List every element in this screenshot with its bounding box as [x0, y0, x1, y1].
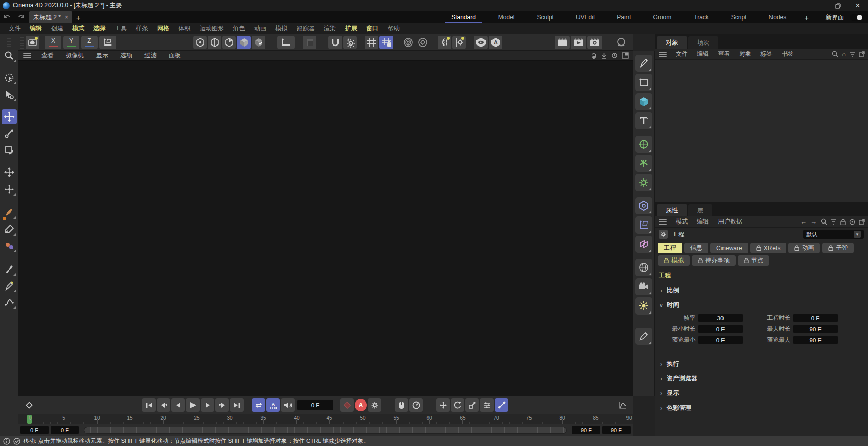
cube-primitive-button[interactable] [635, 93, 652, 110]
new-document-tab-button[interactable]: + [72, 13, 84, 22]
maximize-button[interactable] [828, 0, 848, 11]
search-icon[interactable] [821, 218, 827, 225]
coordinate-snap-tool-button[interactable] [2, 182, 17, 197]
go-to-end-button[interactable] [230, 398, 244, 412]
pen-tool-button[interactable] [2, 278, 17, 293]
keyframe-position-toggle[interactable] [436, 398, 450, 412]
spline-pen-button[interactable] [635, 55, 652, 72]
text-spline-button[interactable] [635, 112, 652, 129]
edge-mode-button[interactable] [208, 36, 221, 49]
snap-settings-button[interactable] [343, 36, 357, 49]
project-duration-field[interactable]: 0 F [793, 314, 838, 322]
preview-max-field[interactable]: 90 F [793, 336, 838, 344]
range-end-field[interactable]: 90 F [602, 426, 631, 434]
om-menu-tags[interactable]: 标签 [756, 50, 777, 58]
axis-modification-tool-button[interactable] [2, 165, 17, 180]
preview-range-track[interactable] [84, 427, 567, 434]
cat-tab-simulation[interactable]: 模拟 [658, 255, 690, 266]
sound-toggle-button[interactable] [281, 398, 295, 412]
preview-min-field[interactable]: 0 F [698, 336, 743, 344]
layout-tab-model[interactable]: Model [487, 11, 526, 23]
xpresso-button[interactable] [635, 236, 652, 253]
brush-tool-button[interactable] [2, 261, 17, 277]
go-to-next-key-button[interactable] [215, 398, 229, 412]
layout-tab-script[interactable]: Script [720, 11, 758, 23]
cat-tab-todo[interactable]: 待办事项 [692, 255, 736, 266]
toggle-view-layout-icon[interactable] [622, 52, 629, 59]
om-menu-file[interactable]: 文件 [671, 50, 692, 58]
workplane-axis-button[interactable] [635, 216, 652, 234]
object-manager-hamburger-icon[interactable] [659, 52, 667, 57]
vertex-color-tool-button[interactable] [2, 238, 17, 253]
layout-tab-nodes[interactable]: Nodes [758, 11, 798, 23]
menu-mode[interactable]: 模式 [68, 24, 89, 33]
record-keyframe-button[interactable] [340, 398, 354, 412]
keyframe-scale-toggle[interactable] [465, 398, 479, 412]
menu-file[interactable]: 文件 [4, 24, 25, 33]
layout-tab-paint[interactable]: Paint [606, 11, 642, 23]
model-mode-button[interactable] [237, 36, 251, 49]
workplane-button[interactable] [303, 36, 316, 49]
menu-tools[interactable]: 工具 [110, 24, 131, 33]
play-forward-button[interactable] [186, 398, 200, 412]
viewport-menu-options[interactable]: 选项 [114, 51, 138, 60]
viewport-menu-cameras[interactable]: 摄像机 [60, 51, 90, 60]
cat-tab-animation[interactable]: 动画 [788, 243, 820, 253]
section-execution[interactable]: › 执行 [655, 356, 868, 371]
preview-range-bar[interactable] [84, 427, 566, 433]
history-back-icon[interactable]: ← [800, 218, 807, 225]
focus-icon[interactable] [849, 219, 855, 225]
undo-icon[interactable] [2, 12, 13, 22]
palette-grip[interactable] [7, 36, 11, 47]
autokey-button[interactable]: A [355, 399, 367, 411]
field-force-button[interactable] [635, 174, 652, 191]
home-icon[interactable]: ⌂ [842, 51, 846, 57]
point-mode-button[interactable] [193, 36, 207, 49]
render-region-settings-icon[interactable] [416, 36, 429, 49]
keyframe-pla-toggle[interactable] [495, 398, 508, 412]
playback-rate-button[interactable] [409, 398, 423, 412]
add-layout-button[interactable]: + [797, 13, 816, 22]
popout-icon[interactable] [859, 219, 865, 225]
lock-icon[interactable] [840, 219, 846, 225]
menu-help[interactable]: 帮助 [383, 24, 404, 33]
preview-start-field[interactable]: 0 F [51, 426, 79, 434]
sky-environment-button[interactable] [635, 259, 652, 276]
viewport-solo-button[interactable] [474, 36, 488, 49]
go-to-previous-frame-button[interactable] [171, 398, 185, 412]
cat-tab-nodes[interactable]: 节点 [738, 255, 769, 266]
cat-tab-info[interactable]: 信息 [684, 243, 708, 253]
section-scale[interactable]: › 比例 [655, 283, 868, 298]
am-menu-userdata[interactable]: 用户数据 [713, 217, 747, 226]
tab-objects[interactable]: 对象 [657, 36, 687, 49]
section-color-management[interactable]: › 色彩管理 [655, 400, 868, 415]
viewport-menu-panel[interactable]: 面板 [163, 51, 187, 60]
tab-attributes[interactable]: 属性 [657, 204, 687, 216]
search-icon[interactable] [832, 51, 838, 57]
selection-filter-tool-button[interactable] [2, 87, 17, 102]
subdivision-surface-button[interactable] [635, 136, 652, 153]
section-time[interactable]: ∨ 时间 [655, 298, 868, 313]
render-to-picture-viewer-button[interactable] [571, 36, 586, 49]
redo-icon[interactable] [15, 12, 26, 22]
menu-edit[interactable]: 编辑 [25, 24, 46, 33]
filter-icon[interactable] [849, 52, 855, 57]
menu-select[interactable]: 选择 [89, 24, 110, 33]
cat-tab-xrefs[interactable]: XRefs [750, 243, 787, 253]
tab-takes[interactable]: 场次 [688, 36, 718, 49]
menu-animate[interactable]: 动画 [250, 24, 271, 33]
menu-render[interactable]: 渲染 [319, 24, 341, 33]
document-tab[interactable]: 未标题 2 * × [29, 11, 72, 23]
pan-view-icon[interactable] [590, 52, 597, 59]
menu-window[interactable]: 窗口 [362, 24, 383, 33]
attribute-manager-hamburger-icon[interactable] [659, 219, 667, 225]
spline-smooth-tool-button[interactable] [2, 295, 17, 310]
viewport-hamburger-icon[interactable] [23, 53, 31, 58]
lock-y-axis-button[interactable]: Y [63, 36, 79, 49]
keyframe-rotation-toggle[interactable] [451, 398, 464, 412]
cat-tab-cineware[interactable]: Cineware [710, 243, 748, 253]
layout-tab-sculpt[interactable]: Sculpt [526, 11, 565, 23]
timeline-ruler[interactable]: 0 5 10 15 20 25 30 35 40 45 50 55 60 65 … [18, 414, 633, 424]
preset-dropdown[interactable]: 默认 ▼ [803, 230, 864, 239]
loop-playback-button[interactable] [252, 398, 265, 412]
